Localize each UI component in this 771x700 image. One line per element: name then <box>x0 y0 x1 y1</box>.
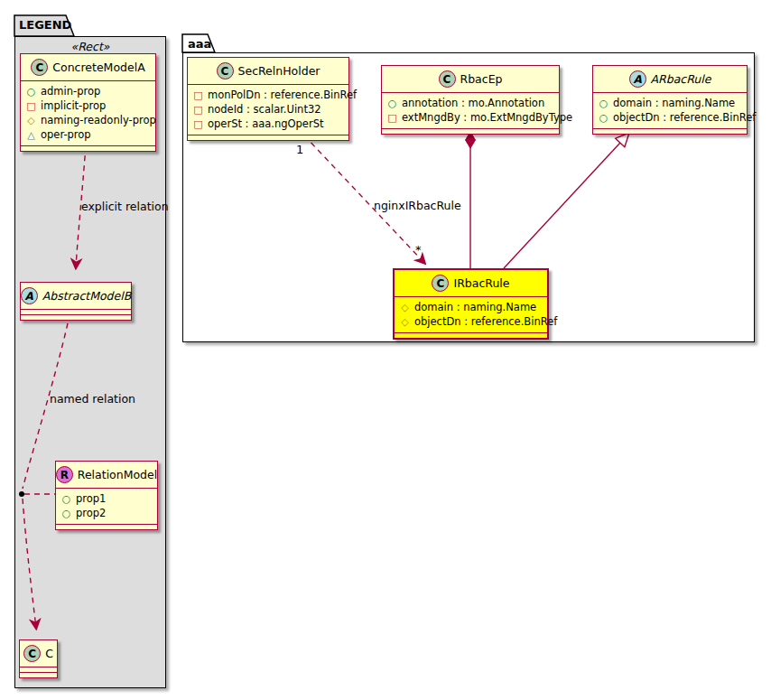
attribute-row: ○ admin-prop <box>26 84 151 98</box>
attribute-text: operSt : aaa.ngOperSt <box>208 117 323 130</box>
attribute-row: ◇ domain : naming.Name <box>400 300 543 314</box>
methods-compartment <box>56 524 157 529</box>
attributes-compartment: □ monPolDn : reference.BinRef □ nodeId :… <box>188 84 348 135</box>
class-relationmodel: R RelationModel ○ prop1 ○ prop2 <box>55 461 158 530</box>
class-concretemodela: C ConcreteModelA ○ admin-prop □ implicit… <box>20 53 156 152</box>
naming-readonly-prop-icon: ◇ <box>400 317 410 327</box>
attributes-compartment: ○ domain : naming.Name ○ objectDn : refe… <box>593 92 747 128</box>
admin-prop-icon: ○ <box>599 98 608 108</box>
class-relationmodel-header: R RelationModel <box>56 462 157 488</box>
attribute-row: ○ prop1 <box>61 491 153 506</box>
abstract-spot-icon: A <box>629 70 646 88</box>
class-spot-icon: C <box>432 275 449 292</box>
class-name: ARbacRule <box>651 73 711 86</box>
admin-prop-icon: ○ <box>26 87 36 97</box>
attribute-row: ○ prop2 <box>61 506 153 520</box>
class-arbacrule-header: A ARbacRule <box>593 66 747 92</box>
attribute-row: □ operSt : aaa.ngOperSt <box>193 117 344 131</box>
attribute-row: □ nodeId : scalar.Uint32 <box>193 102 344 117</box>
attribute-text: admin-prop <box>41 85 100 98</box>
class-rbacep-header: C RbacEp <box>382 66 559 92</box>
attribute-row: ○ domain : naming.Name <box>599 96 742 110</box>
legend-stereotype: «Rect» <box>14 40 166 53</box>
attribute-text: objectDn : reference.BinRef <box>414 315 557 328</box>
attribute-text: nodeId : scalar.Uint32 <box>208 103 321 116</box>
class-spot-icon: C <box>31 59 48 76</box>
multiplicity-target-label: * <box>415 244 422 257</box>
attribute-text: domain : naming.Name <box>414 301 536 313</box>
implicit-prop-icon: □ <box>26 101 36 111</box>
edge-named-relation-lower <box>23 499 36 628</box>
implicit-prop-icon: □ <box>193 105 203 115</box>
implicit-prop-icon: □ <box>193 90 203 100</box>
attribute-row: □ extMngdBy : mo.ExtMngdByType <box>387 110 554 125</box>
class-name: SecRelnHolder <box>238 65 320 78</box>
attribute-text: annotation : mo.Annotation <box>402 97 544 109</box>
edge-label-explicit-relation: explicit relation <box>81 201 169 213</box>
attribute-row: △ oper-prop <box>26 127 151 142</box>
class-spot-icon: C <box>217 62 234 79</box>
class-name: ConcreteModelA <box>52 61 144 74</box>
methods-compartment <box>20 672 57 677</box>
attribute-row: ◇ naming-readonly-prop <box>26 113 151 127</box>
edge-label-named-relation: named relation <box>50 393 135 406</box>
naming-readonly-prop-icon: ◇ <box>400 303 410 313</box>
attribute-text: prop1 <box>76 492 106 505</box>
class-secrelnholder-header: C SecRelnHolder <box>188 58 348 84</box>
attribute-row: ◇ objectDn : reference.BinRef <box>400 314 543 329</box>
attribute-row: ○ annotation : mo.Annotation <box>387 96 554 110</box>
class-spot-icon: C <box>23 645 41 662</box>
methods-compartment <box>21 145 155 151</box>
naming-readonly-prop-icon: ◇ <box>26 116 36 126</box>
attributes-compartment: ○ prop1 ○ prop2 <box>56 488 157 524</box>
attribute-text: extMngdBy : mo.ExtMngdByType <box>402 111 572 124</box>
class-irbacrule-header: C IRbacRule <box>395 270 547 296</box>
uml-class-diagram: LEGEND aaa «Rect» C ConcreteModelA ○ adm… <box>0 0 771 700</box>
admin-prop-icon: ○ <box>61 509 71 518</box>
attribute-row: □ monPolDn : reference.BinRef <box>193 88 344 102</box>
attribute-text: objectDn : reference.BinRef <box>613 111 756 124</box>
admin-prop-icon: ○ <box>61 494 71 504</box>
edge-label-nginxirbacrule: nginxIRbacRule <box>374 200 461 212</box>
multiplicity-source-label: 1 <box>296 144 303 156</box>
class-c-header: C C <box>20 640 57 667</box>
attributes-compartment: ◇ domain : naming.Name ◇ objectDn : refe… <box>395 296 547 332</box>
edge-generalization-line <box>504 143 620 268</box>
attributes-compartment: ○ admin-prop □ implicit-prop ◇ naming-re… <box>21 80 155 145</box>
methods-compartment <box>21 314 131 320</box>
legend-package-title: LEGEND <box>19 19 71 31</box>
junction-dot-icon <box>19 491 24 497</box>
attribute-text: prop2 <box>76 507 106 519</box>
attribute-text: naming-readonly-prop <box>41 114 156 126</box>
attribute-text: implicit-prop <box>41 99 106 112</box>
methods-compartment <box>593 128 747 134</box>
class-irbacrule: C IRbacRule ◇ domain : naming.Name ◇ obj… <box>393 268 549 340</box>
class-concretemodela-header: C ConcreteModelA <box>21 54 155 80</box>
class-name: IRbacRule <box>453 277 509 290</box>
class-name: RbacEp <box>460 73 503 86</box>
class-arbacrule: A ARbacRule ○ domain : naming.Name ○ obj… <box>592 65 748 135</box>
attribute-text: oper-prop <box>41 128 91 141</box>
class-rbacep: C RbacEp ○ annotation : mo.Annotation □ … <box>381 65 560 135</box>
relation-spot-icon: R <box>56 466 73 483</box>
class-secrelnholder: C SecRelnHolder □ monPolDn : reference.B… <box>187 57 349 141</box>
attribute-row: □ implicit-prop <box>26 98 151 113</box>
class-c: C C <box>19 639 58 678</box>
oper-prop-icon: △ <box>26 130 36 140</box>
class-name: AbstractModelB <box>42 290 132 303</box>
methods-compartment <box>395 332 547 338</box>
attribute-text: monPolDn : reference.BinRef <box>208 89 357 101</box>
aaa-package-title: aaa <box>188 38 211 50</box>
methods-compartment <box>188 135 348 140</box>
attributes-compartment: ○ annotation : mo.Annotation □ extMngdBy… <box>382 92 559 128</box>
class-abstractmodelb: A AbstractModelB <box>20 282 132 321</box>
implicit-prop-icon: □ <box>193 119 203 129</box>
class-name: C <box>45 648 53 660</box>
class-spot-icon: C <box>439 70 456 88</box>
admin-prop-icon: ○ <box>387 98 397 108</box>
class-abstractmodelb-header: A AbstractModelB <box>21 283 131 309</box>
methods-compartment <box>382 128 559 134</box>
attribute-row: ○ objectDn : reference.BinRef <box>599 110 742 125</box>
admin-prop-icon: ○ <box>599 113 608 123</box>
attribute-text: domain : naming.Name <box>613 97 735 109</box>
